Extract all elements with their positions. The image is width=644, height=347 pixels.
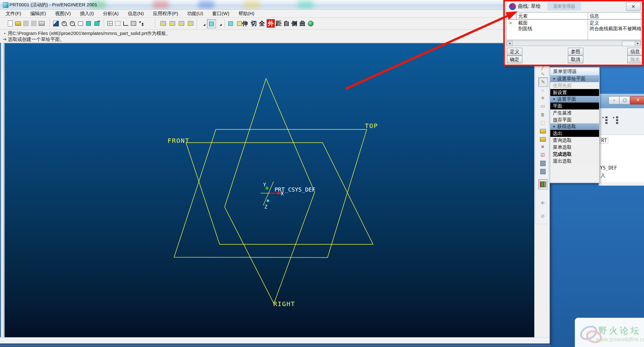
datum-corner-icon[interactable] xyxy=(121,19,130,28)
save-icon[interactable] xyxy=(22,19,30,28)
datum-axis-icon[interactable] xyxy=(114,19,122,28)
select-filter-2-icon[interactable] xyxy=(207,19,216,28)
mm-item-done-select[interactable]: 完成选取 xyxy=(550,151,599,158)
model-tree-node[interactable]: RT xyxy=(600,137,608,144)
side-button[interactable]: 侧 xyxy=(290,19,298,28)
menu-analysis[interactable]: 分析(A) xyxy=(103,11,119,17)
tree-expand-icon[interactable] xyxy=(603,116,608,125)
open-tool-icon[interactable] xyxy=(538,128,547,135)
menu-file[interactable]: 文件(F) xyxy=(6,11,21,17)
mm-item-plane[interactable]: 平面 xyxy=(550,103,599,109)
close-button[interactable]: ✕ xyxy=(630,96,644,104)
menu-window[interactable]: 窗口(W) xyxy=(212,11,229,17)
edit-doc-icon[interactable]: 🗎 xyxy=(538,111,547,118)
cancel-button[interactable]: 取消 xyxy=(568,56,583,63)
delete-x-icon[interactable]: ✕ xyxy=(538,143,547,150)
dialog-close-button[interactable]: ✕ xyxy=(626,2,641,11)
zoom-out-icon[interactable]: − xyxy=(68,19,76,28)
distance-button[interactable]: 距 xyxy=(275,19,283,28)
model-viewport[interactable]: FRONT TOP RIGHT Y X Z PRT_CSYS_DEF xyxy=(4,43,535,337)
mm-item-query-select[interactable]: 查询选取 xyxy=(550,137,599,144)
minimize-button[interactable]: ‒ xyxy=(608,96,620,104)
open-icon[interactable] xyxy=(14,19,22,28)
title-bar[interactable]: PRT0001 (活动的) - Pro/ENGINEER 2001 xyxy=(0,0,550,10)
mm-item-quit-plane[interactable]: 放弃平面 xyxy=(550,116,599,123)
folder-check-icon[interactable] xyxy=(538,136,547,143)
mm-item-make-datum[interactable]: 产生基准 xyxy=(550,109,599,116)
mm-item-menu-select[interactable]: 菜单选取 xyxy=(550,144,599,151)
extend-button[interactable]: 伸 xyxy=(241,19,249,28)
cut-button[interactable]: 切 xyxy=(250,19,258,28)
curve-button[interactable]: 曲 xyxy=(298,19,307,28)
spline-tool-icon[interactable]: ∿ xyxy=(538,70,547,77)
ok-button[interactable]: 确定 xyxy=(507,56,522,63)
menu-utilities[interactable]: 功能(U) xyxy=(187,11,203,17)
menu-manager-title[interactable]: 菜单管理器 xyxy=(550,68,599,76)
save-as-tool-icon[interactable] xyxy=(538,168,547,175)
new-file-icon[interactable] xyxy=(6,19,14,28)
all-button[interactable]: 全 xyxy=(258,19,266,28)
top-plane-label[interactable]: TOP xyxy=(365,122,378,130)
saved-views-icon[interactable] xyxy=(92,19,101,28)
menu-edit[interactable]: 编辑(E) xyxy=(30,11,46,17)
background-window-titlebar[interactable]: ‒ ▢ ✕ xyxy=(599,94,644,108)
sketch-tool-icon[interactable]: ✎ xyxy=(538,77,548,87)
menu-help[interactable]: 帮助(H) xyxy=(238,11,254,17)
outside-button[interactable]: 外 xyxy=(267,19,275,28)
palette-icon[interactable] xyxy=(538,179,548,189)
preview-button[interactable]: 预览 xyxy=(627,56,643,63)
measure-tool-icon[interactable]: ▭ xyxy=(538,103,547,109)
right-plane-label[interactable]: RIGHT xyxy=(273,300,295,308)
model-tree-node[interactable]: 入 xyxy=(601,173,605,179)
scrollbar-thumb[interactable] xyxy=(622,41,635,46)
define-button[interactable]: 定义 xyxy=(507,48,522,55)
zoom-in-icon[interactable]: + xyxy=(60,19,68,28)
menu-view[interactable]: 视图(V) xyxy=(55,11,71,17)
mm-item-use-previous[interactable]: 使用先前 xyxy=(550,82,599,89)
mm-item-quit-select[interactable]: 退出选取 xyxy=(550,158,599,165)
menu-insert[interactable]: 插入(I) xyxy=(80,11,94,17)
refit-icon[interactable] xyxy=(76,19,85,28)
shaded-display-icon[interactable] xyxy=(129,19,138,28)
sketch-display-1-icon[interactable] xyxy=(159,19,167,28)
save-tool-icon[interactable] xyxy=(538,160,547,167)
select-filter-3-icon[interactable] xyxy=(215,19,224,28)
mm-header-get-select[interactable]: 获得选取 xyxy=(550,123,599,130)
tree-collapse-icon[interactable] xyxy=(613,116,619,125)
menu-info[interactable]: 信息(N) xyxy=(128,11,144,17)
model-tree-icon[interactable] xyxy=(137,19,146,28)
mm-item-pick[interactable]: 选出 xyxy=(550,130,599,137)
show-eye-icon[interactable]: 👁 xyxy=(538,199,547,206)
sketch-display-2-icon[interactable] xyxy=(168,19,176,28)
scroll-right-icon[interactable]: ► xyxy=(635,41,641,46)
save-as-icon[interactable] xyxy=(30,19,38,28)
csys-label[interactable]: PRT_CSYS_DEF xyxy=(275,186,315,193)
sketch-display-3-icon[interactable] xyxy=(177,19,186,28)
web-globe-icon[interactable] xyxy=(306,19,315,28)
sketch-display-4-icon[interactable] xyxy=(186,19,195,28)
orient-icon[interactable] xyxy=(84,19,93,28)
table-row[interactable]: 剖面线 闭合曲线截面将不被网格 xyxy=(507,26,641,31)
front-plane-label[interactable]: FRONT xyxy=(168,137,190,144)
datum-plane-icon[interactable] xyxy=(106,19,114,28)
select-box-icon[interactable]: ⬚ xyxy=(538,119,547,126)
table-row[interactable]: > 截面 定义 xyxy=(507,20,641,26)
datum-point-tool-icon[interactable]: ⁘ xyxy=(538,87,547,94)
element-table[interactable]: 元素 信息 > 截面 定义 剖面线 闭合曲线截面将不被网格 xyxy=(506,12,641,40)
horizontal-scrollbar[interactable]: ◄ ► xyxy=(506,41,641,46)
maximize-button[interactable]: ▢ xyxy=(619,96,630,104)
scroll-left-icon[interactable]: ◄ xyxy=(507,41,513,46)
window-check-icon[interactable]: ☑ xyxy=(538,152,547,159)
refs-button[interactable]: 参照 xyxy=(568,48,583,55)
menu-applications[interactable]: 应用程序(P) xyxy=(153,11,178,17)
auto-button[interactable]: 自 xyxy=(282,19,291,28)
mm-item-new-setup[interactable]: 新设置 xyxy=(550,89,599,96)
repaint-icon[interactable] xyxy=(52,19,60,28)
select-filter-1-icon[interactable] xyxy=(199,19,207,28)
solid-cube-icon[interactable] xyxy=(226,19,235,28)
mm-header-setup-sketch-plane[interactable]: 设置草绘平面 xyxy=(550,76,599,82)
mm-header-setup-plane[interactable]: 设置平面 xyxy=(550,96,599,103)
hide-eye-icon[interactable]: ⊘ xyxy=(538,213,547,220)
info-button[interactable]: 信息 xyxy=(627,48,643,55)
model-tree-node[interactable]: YS_DEF xyxy=(600,165,617,171)
